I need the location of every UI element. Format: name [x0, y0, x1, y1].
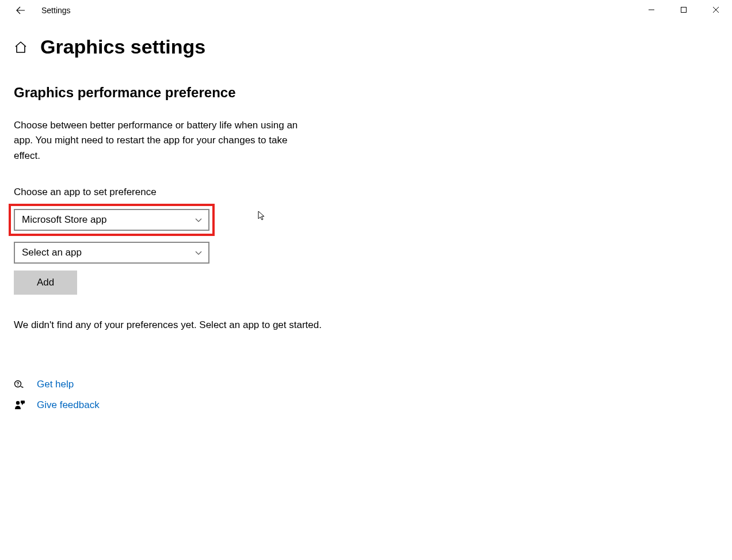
- get-help-text: Get help: [37, 379, 74, 390]
- section-heading: Graphics performance preference: [14, 85, 345, 101]
- close-button[interactable]: [700, 0, 732, 20]
- get-help-link[interactable]: Get help: [14, 379, 345, 390]
- svg-point-6: [16, 401, 20, 405]
- chevron-down-icon: [195, 249, 203, 257]
- app-title: Settings: [41, 6, 71, 15]
- back-arrow-icon: [16, 6, 25, 15]
- add-button[interactable]: Add: [14, 271, 77, 295]
- home-icon[interactable]: [14, 40, 28, 54]
- maximize-icon: [680, 6, 687, 13]
- svg-point-5: [17, 385, 18, 386]
- give-feedback-link[interactable]: Give feedback: [14, 399, 345, 411]
- highlight-annotation: Microsoft Store app: [9, 204, 215, 236]
- minimize-button[interactable]: [635, 0, 668, 20]
- app-select-dropdown[interactable]: Select an app: [14, 242, 209, 264]
- give-feedback-text: Give feedback: [37, 399, 100, 411]
- app-type-value: Microsoft Store app: [22, 214, 106, 226]
- empty-preferences-message: We didn't find any of your preferences y…: [14, 318, 325, 333]
- app-type-dropdown[interactable]: Microsoft Store app: [14, 209, 209, 231]
- svg-rect-1: [681, 7, 687, 13]
- page-title: Graphics settings: [40, 36, 205, 58]
- maximize-button[interactable]: [668, 0, 700, 20]
- app-select-value: Select an app: [22, 247, 82, 258]
- chevron-down-icon: [195, 216, 203, 224]
- back-button[interactable]: [10, 0, 31, 21]
- section-description: Choose between better performance or bat…: [14, 118, 313, 163]
- svg-rect-7: [21, 401, 25, 403]
- choose-app-label: Choose an app to set preference: [14, 186, 345, 198]
- help-icon: [14, 379, 25, 390]
- close-icon: [712, 6, 719, 13]
- feedback-icon: [14, 399, 25, 411]
- minimize-icon: [648, 6, 655, 13]
